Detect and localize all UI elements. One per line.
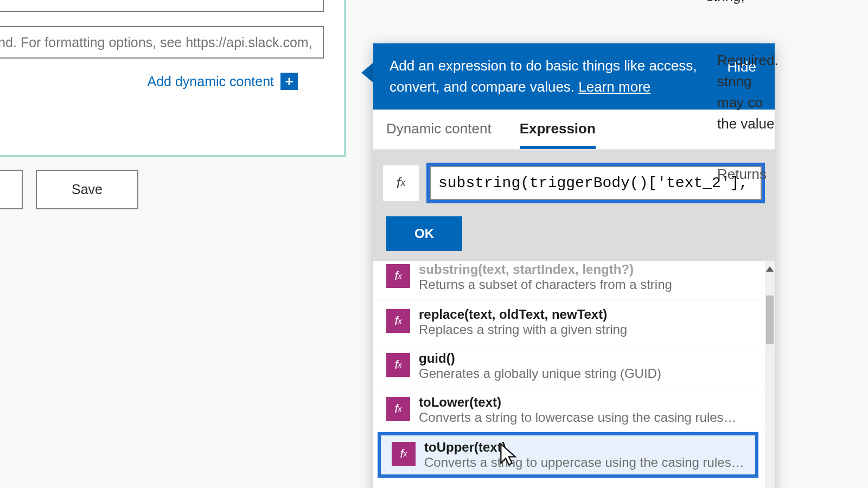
- message-text-field[interactable]: [0, 26, 324, 59]
- function-item-toLower[interactable]: fxtoLower(text)Converts a string to lowe…: [373, 388, 765, 432]
- prev-button[interactable]: [0, 170, 23, 209]
- right-fragment-2: Required. string may co the value: [717, 50, 868, 134]
- function-item-substring[interactable]: fxsubstring(text, startIndex, length?)Re…: [373, 261, 765, 300]
- function-name: guid(): [419, 351, 752, 366]
- right-fragment-3: Returns: [717, 166, 868, 183]
- function-text: substring(text, startIndex, length?)Retu…: [419, 262, 752, 292]
- function-item-replace[interactable]: fxreplace(text, oldText, newText)Replace…: [373, 300, 765, 344]
- fx-badge-icon: fx: [392, 442, 416, 466]
- banner-text: Add an expression to do basic things lik…: [390, 55, 704, 98]
- function-list: fxsubstring(text, startIndex, length?)Re…: [373, 261, 775, 488]
- field-1[interactable]: [0, 0, 324, 12]
- scrollbar[interactable]: [765, 261, 775, 488]
- function-name: substring(text, startIndex, length?): [419, 262, 752, 277]
- function-name: replace(text, oldText, newText): [419, 307, 752, 322]
- action-card: Add dynamic content +: [0, 0, 346, 157]
- add-dynamic-content-link[interactable]: Add dynamic content: [148, 74, 274, 89]
- function-text: replace(text, oldText, newText)Replaces …: [419, 307, 752, 337]
- fx-badge-icon: fx: [386, 309, 410, 333]
- tab-expression[interactable]: Expression: [520, 120, 596, 149]
- popup-banner: Add an expression to do basic things lik…: [373, 43, 775, 110]
- expression-input-row: fx: [373, 150, 775, 216]
- fx-icon: fx: [383, 165, 419, 201]
- right-fragment-1: string,: [706, 0, 868, 5]
- function-name: toLower(text): [419, 395, 752, 410]
- function-item-indexOf[interactable]: fxindexOf(text, searchText): [373, 480, 765, 488]
- function-desc: Returns a subset of characters from a st…: [419, 277, 739, 292]
- function-item-toUpper[interactable]: fxtoUpper(text)Converts a string to uppe…: [379, 433, 757, 477]
- function-text: guid()Generates a globally unique string…: [419, 351, 752, 381]
- expression-input-highlight: [426, 163, 765, 203]
- function-item-guid[interactable]: fxguid()Generates a globally unique stri…: [373, 344, 765, 388]
- function-desc: Replaces a string with a given string: [419, 322, 739, 337]
- fx-badge-icon: fx: [386, 353, 410, 377]
- scroll-up-icon[interactable]: [766, 266, 774, 272]
- function-text: toUpper(text)Converts a string to upperc…: [424, 440, 744, 470]
- scroll-thumb[interactable]: [766, 296, 774, 344]
- add-dynamic-content[interactable]: Add dynamic content +: [0, 73, 298, 90]
- expression-input[interactable]: [430, 166, 762, 200]
- function-desc: Converts a string to uppercase using the…: [424, 455, 744, 470]
- popup-arrow-icon: [361, 62, 374, 84]
- function-text: toLower(text)Converts a string to lowerc…: [419, 395, 752, 425]
- popup-tabs: Dynamic content Expression: [373, 110, 775, 150]
- ok-button[interactable]: OK: [386, 216, 462, 251]
- tab-dynamic-content[interactable]: Dynamic content: [386, 120, 492, 149]
- function-desc: Converts a string to lowercase using the…: [419, 410, 739, 425]
- expression-popup: Add an expression to do basic things lik…: [373, 43, 775, 488]
- function-name: toUpper(text): [424, 440, 744, 455]
- fx-badge-icon: fx: [386, 397, 410, 421]
- action-buttons: Save: [0, 170, 138, 209]
- plus-icon[interactable]: +: [280, 73, 298, 90]
- learn-more-link[interactable]: Learn more: [578, 79, 650, 95]
- fx-badge-icon: fx: [386, 264, 410, 288]
- save-button[interactable]: Save: [36, 170, 138, 209]
- function-desc: Generates a globally unique string (GUID…: [419, 366, 739, 381]
